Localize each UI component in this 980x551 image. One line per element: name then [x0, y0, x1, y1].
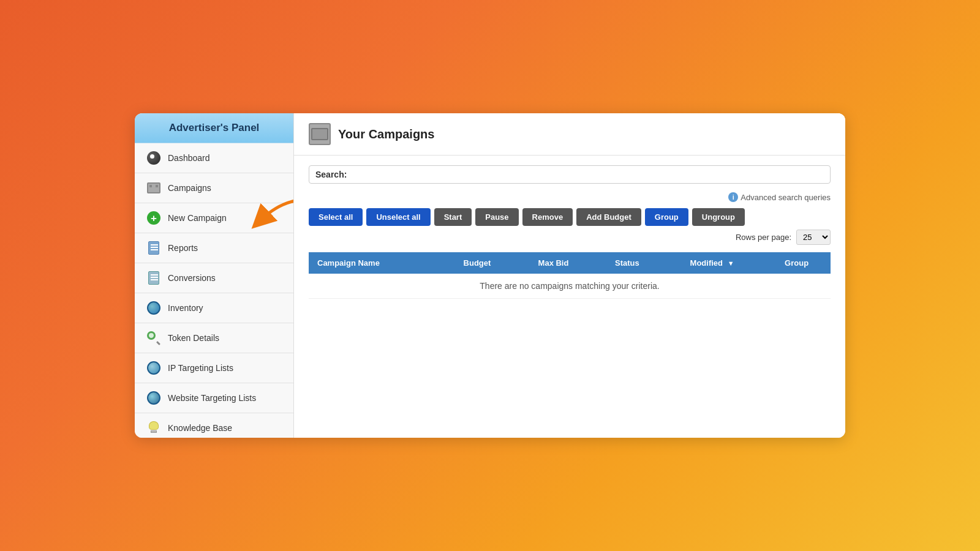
empty-message: There are no campaigns matching your cri…: [309, 274, 831, 299]
remove-button[interactable]: Remove: [522, 208, 573, 226]
main-panel: Advertiser's Panel Dashboard Campaigns +…: [135, 113, 845, 438]
content-body: Search: i Advanced search queries Select…: [294, 156, 845, 438]
sidebar-item-new-campaign[interactable]: + New Campaign: [135, 203, 293, 233]
sidebar-header: Advertiser's Panel: [135, 113, 293, 143]
token-details-icon: [146, 330, 162, 346]
rows-per-page-label: Rows per page:: [736, 233, 791, 242]
sidebar-label-campaigns: Campaigns: [168, 183, 211, 193]
unselect-all-button[interactable]: Unselect all: [366, 208, 430, 226]
page-title: Your Campaigns: [338, 127, 434, 141]
conversions-icon: [146, 270, 162, 286]
table-row-empty: There are no campaigns matching your cri…: [309, 274, 831, 299]
search-input[interactable]: [352, 170, 824, 179]
reports-icon: [146, 240, 162, 256]
sidebar-label-reports: Reports: [168, 243, 198, 253]
rows-per-page-select[interactable]: 25 10 50 100: [796, 230, 831, 245]
ungroup-button[interactable]: Ungroup: [692, 208, 745, 226]
campaigns-icon: [146, 180, 162, 196]
sidebar-item-token-details[interactable]: Token Details: [135, 323, 293, 353]
sidebar-item-knowledge-base[interactable]: Knowledge Base: [135, 413, 293, 438]
campaigns-header-icon: [309, 123, 331, 145]
sort-arrow-modified: ▼: [728, 260, 734, 267]
sidebar-label-knowledge-base: Knowledge Base: [168, 423, 232, 433]
select-all-button[interactable]: Select all: [309, 208, 363, 226]
sidebar-label-inventory: Inventory: [168, 303, 203, 313]
table-body: There are no campaigns matching your cri…: [309, 274, 831, 299]
sidebar-label-dashboard: Dashboard: [168, 153, 210, 163]
advanced-search-row: i Advanced search queries: [309, 191, 831, 202]
content-area: Your Campaigns Search: i Advanced search…: [294, 113, 845, 438]
inventory-icon: [146, 300, 162, 316]
new-campaign-icon: +: [146, 210, 162, 226]
sidebar-label-token-details: Token Details: [168, 333, 219, 343]
group-button[interactable]: Group: [645, 208, 688, 226]
start-button[interactable]: Start: [434, 208, 472, 226]
add-budget-button[interactable]: Add Budget: [576, 208, 641, 226]
pause-button[interactable]: Pause: [475, 208, 518, 226]
content-header: Your Campaigns: [294, 113, 845, 156]
advanced-search-link[interactable]: i Advanced search queries: [728, 192, 831, 202]
sidebar-item-reports[interactable]: Reports: [135, 233, 293, 263]
sidebar-label-new-campaign: New Campaign: [168, 213, 227, 223]
info-icon: i: [728, 192, 738, 202]
sidebar-item-campaigns[interactable]: Campaigns: [135, 173, 293, 203]
sidebar-item-inventory[interactable]: Inventory: [135, 293, 293, 323]
sidebar-label-conversions: Conversions: [168, 273, 216, 283]
col-campaign-name[interactable]: Campaign Name: [309, 252, 440, 274]
campaigns-table: Campaign Name Budget Max Bid Status Modi: [309, 252, 831, 299]
sidebar-item-dashboard[interactable]: Dashboard: [135, 143, 293, 173]
col-modified[interactable]: Modified ▼: [662, 252, 763, 274]
website-targeting-icon: [146, 390, 162, 406]
col-max-bid[interactable]: Max Bid: [514, 252, 593, 274]
rows-per-page: Rows per page: 25 10 50 100: [736, 230, 831, 245]
table-header: Campaign Name Budget Max Bid Status Modi: [309, 252, 831, 274]
dashboard-icon: [146, 150, 162, 166]
sidebar-label-ip-targeting: IP Targeting Lists: [168, 363, 233, 373]
toolbar: Select all Unselect all Start Pause Remo…: [309, 208, 831, 245]
sidebar-item-website-targeting[interactable]: Website Targeting Lists: [135, 383, 293, 413]
sidebar-item-conversions[interactable]: Conversions: [135, 263, 293, 293]
col-status[interactable]: Status: [593, 252, 662, 274]
sidebar-label-website-targeting: Website Targeting Lists: [168, 393, 256, 403]
sidebar-item-ip-targeting[interactable]: IP Targeting Lists: [135, 353, 293, 383]
col-group[interactable]: Group: [763, 252, 831, 274]
advanced-search-label: Advanced search queries: [741, 193, 831, 202]
knowledge-base-icon: [146, 420, 162, 436]
sidebar: Advertiser's Panel Dashboard Campaigns +…: [135, 113, 294, 438]
search-bar: Search:: [309, 165, 831, 184]
col-budget[interactable]: Budget: [440, 252, 514, 274]
search-label: Search:: [315, 170, 347, 179]
ip-targeting-icon: [146, 360, 162, 376]
